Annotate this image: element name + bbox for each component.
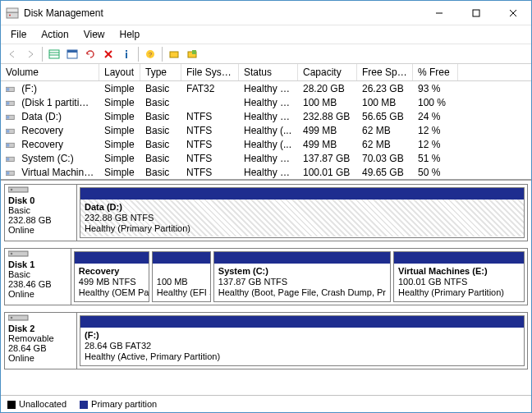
col-capacity[interactable]: Capacity (298, 64, 357, 80)
col-type[interactable]: Type (140, 64, 181, 80)
window-title: Disk Management (24, 7, 420, 19)
svg-rect-18 (170, 52, 178, 57)
partition[interactable]: 100 MBHealthy (EFI Sy (152, 251, 211, 302)
svg-rect-14 (126, 50, 127, 52)
svg-rect-34 (7, 172, 9, 174)
volume-row[interactable]: (F:)SimpleBasicFAT32Healthy (A...28.20 G… (1, 81, 531, 95)
disk-management-window: Disk Management File Action View Help ? … (0, 0, 532, 413)
svg-rect-4 (473, 10, 479, 16)
list-view-button[interactable] (46, 46, 62, 62)
svg-rect-30 (7, 144, 9, 146)
volume-row[interactable]: (Disk 1 partition 2)SimpleBasicHealthy (… (1, 95, 531, 109)
legend: Unallocated Primary partition (1, 395, 531, 412)
graphical-disk-view: Disk 0Basic232.88 GBOnlineData (D:)232.8… (1, 181, 531, 395)
refresh-button[interactable] (82, 46, 99, 62)
disk-info[interactable]: Disk 2Removable28.64 GBOnline (5, 313, 77, 369)
col-status[interactable]: Status (239, 64, 298, 80)
volume-row[interactable]: Virtual Machines (...SimpleBasicNTFSHeal… (1, 165, 531, 179)
disk-row: Disk 2Removable28.64 GBOnline(F:)28.64 G… (4, 312, 528, 369)
maximize-button[interactable] (457, 1, 494, 25)
legend-primary: Primary partition (80, 399, 157, 409)
partition[interactable]: Virtual Machines (E:)100.01 GB NTFSHealt… (393, 251, 525, 302)
disk-info[interactable]: Disk 0Basic232.88 GBOnline (5, 185, 77, 241)
properties-button[interactable] (118, 46, 135, 62)
disk-row: Disk 1Basic238.46 GBOnlineRecovery499 MB… (4, 248, 528, 305)
disk-row: Disk 0Basic232.88 GBOnlineData (D:)232.8… (4, 184, 528, 241)
svg-rect-15 (126, 53, 127, 58)
nav-back-button[interactable] (4, 46, 21, 62)
svg-rect-20 (192, 50, 196, 54)
primary-swatch (80, 401, 88, 409)
menu-action[interactable]: Action (34, 27, 75, 42)
nav-forward-button[interactable] (22, 46, 39, 62)
minimize-button[interactable] (420, 1, 457, 25)
svg-rect-32 (7, 158, 9, 160)
legend-unallocated: Unallocated (7, 399, 66, 409)
col-volume[interactable]: Volume (1, 64, 99, 80)
col-layout[interactable]: Layout (99, 64, 140, 80)
col-freespace[interactable]: Free Spa... (357, 64, 413, 80)
help-button[interactable]: ? (142, 46, 158, 62)
menu-file[interactable]: File (4, 27, 33, 42)
volume-row[interactable]: System (C:)SimpleBasicNTFSHealthy (B...1… (1, 151, 531, 165)
svg-rect-28 (7, 130, 9, 132)
unallocated-swatch (7, 401, 16, 409)
detail-view-button[interactable] (64, 46, 80, 62)
svg-point-2 (9, 14, 11, 16)
svg-rect-11 (67, 50, 77, 53)
partition[interactable]: (F:)28.64 GB FAT32Healthy (Active, Prima… (80, 315, 525, 366)
svg-rect-24 (7, 102, 9, 104)
svg-rect-7 (49, 50, 59, 58)
app-icon (6, 7, 19, 20)
volume-list-header: Volume Layout Type File System Status Ca… (1, 64, 531, 81)
partition[interactable]: System (C:)137.87 GB NTFSHealthy (Boot, … (213, 251, 391, 302)
menubar: File Action View Help (1, 25, 531, 44)
action-2-button[interactable] (184, 46, 200, 62)
col-filesystem[interactable]: File System (181, 64, 239, 80)
menu-help[interactable]: Help (113, 27, 147, 42)
volume-row[interactable]: RecoverySimpleBasicNTFSHealthy (...499 M… (1, 123, 531, 137)
partition[interactable]: Data (D:)232.88 GB NTFSHealthy (Primary … (80, 187, 525, 238)
menu-view[interactable]: View (77, 27, 112, 42)
svg-rect-22 (7, 88, 9, 90)
volume-list-body: (F:)SimpleBasicFAT32Healthy (A...28.20 G… (1, 81, 531, 179)
svg-point-40 (11, 317, 13, 319)
svg-text:?: ? (149, 51, 153, 58)
titlebar[interactable]: Disk Management (1, 1, 531, 25)
svg-rect-26 (7, 116, 9, 118)
disk-info[interactable]: Disk 1Basic238.46 GBOnline (5, 249, 71, 305)
close-button[interactable] (494, 1, 531, 25)
delete-button[interactable] (100, 46, 117, 62)
toolbar: ? (1, 44, 531, 64)
svg-rect-0 (7, 12, 18, 18)
volume-row[interactable]: RecoverySimpleBasicNTFSHealthy (...499 M… (1, 137, 531, 151)
col-pctfree[interactable]: % Free (413, 64, 458, 80)
partition[interactable]: Recovery499 MB NTFSHealthy (OEM Partit (74, 251, 149, 302)
volume-row[interactable]: Data (D:)SimpleBasicNTFSHealthy (P...232… (1, 109, 531, 123)
svg-rect-1 (7, 8, 18, 12)
svg-point-36 (11, 189, 13, 191)
svg-point-38 (11, 253, 13, 255)
volume-list: Volume Layout Type File System Status Ca… (1, 64, 531, 181)
action-1-button[interactable] (166, 46, 182, 62)
